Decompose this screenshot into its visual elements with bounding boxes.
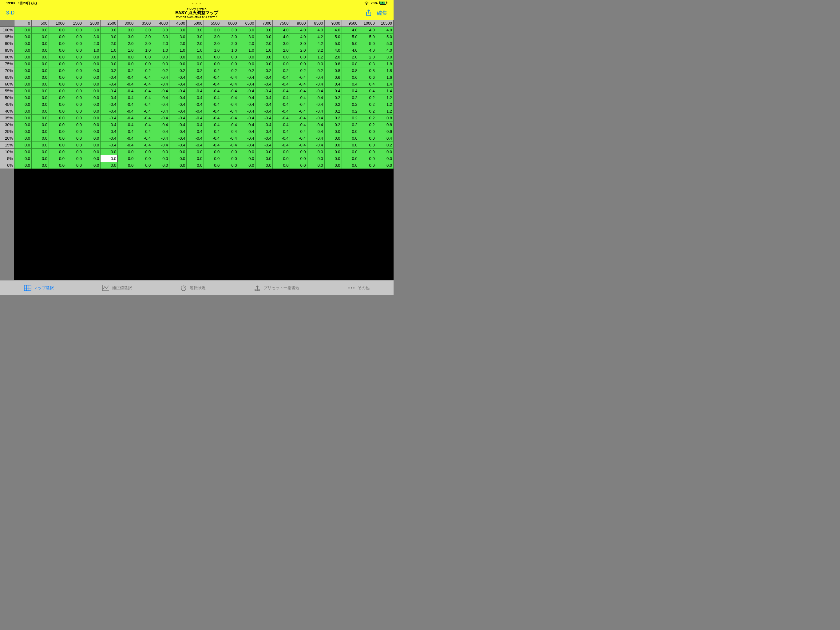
map-cell[interactable]: 0.0: [66, 88, 83, 95]
map-cell[interactable]: -0.4: [256, 81, 273, 88]
map-cell[interactable]: 0.0: [32, 155, 49, 162]
map-cell[interactable]: 0.0: [324, 155, 342, 162]
map-cell[interactable]: 0.0: [14, 81, 32, 88]
map-cell[interactable]: 0.0: [152, 54, 169, 60]
map-cell[interactable]: 0.0: [83, 60, 101, 67]
map-cell[interactable]: 0.0: [307, 60, 324, 67]
map-cell[interactable]: -0.2: [152, 67, 169, 74]
map-cell[interactable]: 0.8: [376, 122, 393, 128]
map-cell[interactable]: 0.0: [14, 142, 32, 149]
map-cell[interactable]: -0.4: [221, 108, 238, 115]
map-cell[interactable]: -0.4: [118, 101, 135, 108]
map-cell[interactable]: 0.0: [66, 128, 83, 135]
map-cell[interactable]: 0.0: [118, 60, 135, 67]
map-cell[interactable]: 0.0: [186, 149, 204, 155]
map-cell[interactable]: 0.0: [324, 142, 342, 149]
map-cell[interactable]: 2.0: [290, 47, 307, 54]
map-cell[interactable]: 4.0: [342, 47, 359, 54]
row-header[interactable]: 0%: [0, 162, 14, 169]
map-cell[interactable]: 3.0: [169, 33, 186, 40]
tab-upload[interactable]: プリセット一括書込: [254, 284, 300, 291]
map-cell[interactable]: 1.4: [376, 81, 393, 88]
map-cell[interactable]: 1.0: [83, 47, 101, 54]
map-cell[interactable]: -0.4: [204, 74, 221, 81]
map-cell[interactable]: 0.0: [342, 135, 359, 142]
map-cell[interactable]: 0.0: [66, 54, 83, 60]
map-cell[interactable]: -0.4: [118, 122, 135, 128]
map-cell[interactable]: 0.0: [238, 54, 256, 60]
map-cell[interactable]: 4.2: [307, 33, 324, 40]
map-cell[interactable]: 2.0: [83, 40, 101, 47]
map-cell[interactable]: -0.4: [169, 115, 186, 122]
map-cell[interactable]: 0.0: [307, 149, 324, 155]
map-cell[interactable]: -0.4: [290, 108, 307, 115]
map-cell[interactable]: 0.0: [49, 135, 66, 142]
map-cell[interactable]: 2.0: [169, 40, 186, 47]
map-cell[interactable]: 1.0: [204, 47, 221, 54]
map-cell[interactable]: -0.4: [169, 122, 186, 128]
map-cell[interactable]: 0.0: [342, 155, 359, 162]
map-cell[interactable]: 3.0: [169, 27, 186, 33]
map-cell[interactable]: 0.0: [14, 60, 32, 67]
map-cell[interactable]: 0.0: [14, 33, 32, 40]
map-cell[interactable]: 0.0: [204, 54, 221, 60]
map-cell[interactable]: 0.0: [101, 162, 118, 169]
map-cell[interactable]: 4.2: [307, 40, 324, 47]
map-cell[interactable]: -0.4: [273, 74, 290, 81]
map-cell[interactable]: 0.0: [307, 162, 324, 169]
map-cell[interactable]: -0.4: [273, 115, 290, 122]
map-cell[interactable]: 2.0: [359, 54, 376, 60]
map-cell[interactable]: 0.0: [32, 74, 49, 81]
map-cell[interactable]: 0.0: [49, 33, 66, 40]
map-cell[interactable]: 0.0: [32, 128, 49, 135]
map-cell[interactable]: -0.4: [204, 142, 221, 149]
map-cell[interactable]: 0.0: [14, 47, 32, 54]
map-cell[interactable]: -0.4: [273, 135, 290, 142]
map-cell[interactable]: -0.4: [273, 142, 290, 149]
map-cell[interactable]: 0.0: [324, 128, 342, 135]
map-cell[interactable]: -0.4: [135, 128, 152, 135]
map-cell[interactable]: 1.0: [221, 47, 238, 54]
map-cell[interactable]: -0.4: [221, 81, 238, 88]
map-cell[interactable]: 0.0: [66, 115, 83, 122]
map-cell[interactable]: -0.4: [118, 142, 135, 149]
map-cell[interactable]: 0.0: [14, 155, 32, 162]
map-cell[interactable]: -0.4: [135, 115, 152, 122]
map-cell[interactable]: -0.4: [186, 101, 204, 108]
row-header[interactable]: 70%: [0, 67, 14, 74]
map-cell[interactable]: 2.0: [135, 40, 152, 47]
map-cell[interactable]: -0.4: [307, 122, 324, 128]
row-header[interactable]: 40%: [0, 108, 14, 115]
map-cell[interactable]: 0.0: [273, 162, 290, 169]
map-cell[interactable]: 0.2: [359, 115, 376, 122]
map-cell[interactable]: 0.0: [66, 47, 83, 54]
map-cell[interactable]: -0.4: [238, 142, 256, 149]
map-cell[interactable]: -0.4: [238, 122, 256, 128]
map-cell[interactable]: 0.0: [14, 74, 32, 81]
map-cell[interactable]: 3.0: [101, 27, 118, 33]
map-cell[interactable]: 0.0: [83, 115, 101, 122]
map-cell[interactable]: -0.4: [204, 128, 221, 135]
map-cell[interactable]: -0.4: [238, 135, 256, 142]
col-header[interactable]: 7500: [273, 20, 290, 27]
map-cell[interactable]: 0.8: [342, 67, 359, 74]
map-cell[interactable]: 0.0: [14, 149, 32, 155]
map-cell[interactable]: -0.4: [152, 101, 169, 108]
map-cell[interactable]: -0.2: [307, 67, 324, 74]
map-cell[interactable]: -0.4: [307, 128, 324, 135]
map-cell[interactable]: 0.0: [49, 155, 66, 162]
map-cell[interactable]: -0.4: [238, 115, 256, 122]
col-header[interactable]: 6500: [238, 20, 256, 27]
map-cell[interactable]: -0.4: [273, 128, 290, 135]
map-cell[interactable]: -0.4: [118, 135, 135, 142]
map-cell[interactable]: 0.0: [83, 128, 101, 135]
map-cell[interactable]: 0.4: [376, 135, 393, 142]
map-cell[interactable]: 0.0: [49, 108, 66, 115]
map-cell[interactable]: -0.4: [307, 101, 324, 108]
map-cell[interactable]: 2.0: [256, 40, 273, 47]
map-cell[interactable]: -0.4: [152, 135, 169, 142]
map-cell[interactable]: 3.0: [376, 54, 393, 60]
map-cell[interactable]: 0.0: [83, 95, 101, 101]
map-cell[interactable]: -0.4: [256, 115, 273, 122]
map-cell[interactable]: -0.2: [135, 67, 152, 74]
